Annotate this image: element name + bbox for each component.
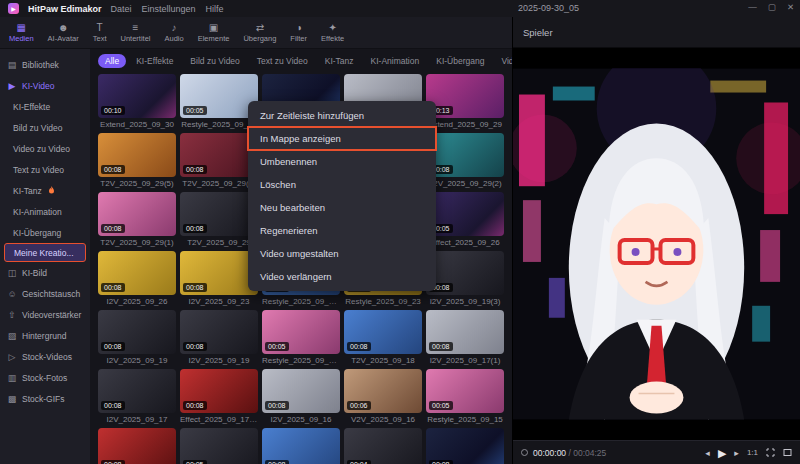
media-thumbnail[interactable]: 00:13 xyxy=(426,74,504,118)
sidebar-item-bild-zu-video[interactable]: Bild zu Video xyxy=(0,117,90,138)
media-item[interactable]: 00:08I2V_2025_09_23 xyxy=(180,251,258,307)
media-item[interactable]: 00:05Restyle_2025_09_15(4) xyxy=(262,310,340,366)
sidebar-item-stock-videos[interactable]: ▷Stock-Videos xyxy=(0,346,90,367)
media-item[interactable]: 00:08T2V_2025_09_18 xyxy=(344,310,422,366)
close-button[interactable]: ✕ xyxy=(787,2,794,12)
media-item[interactable]: 00:08 xyxy=(262,428,340,464)
sidebar-item-meine-kreatio[interactable]: Meine Kreatio... xyxy=(4,243,86,262)
media-thumbnail[interactable]: 00:08 xyxy=(262,369,340,413)
media-item[interactable]: 00:08Effect_2025_09_17(1) xyxy=(180,369,258,425)
media-item[interactable]: 00:08T2V_2025_09_29(5) xyxy=(98,133,176,189)
media-item[interactable]: 00:08I2V_2025_09_19 xyxy=(98,310,176,366)
toolbar-tab-effekte[interactable]: ✦Effekte xyxy=(314,22,351,43)
media-item[interactable]: 00:08I2V_2025_09_17(1) xyxy=(426,310,504,366)
context-menu-item-umbenennen[interactable]: Umbenennen xyxy=(248,150,436,173)
category-tab-bild-zu-video[interactable]: Bild zu Video xyxy=(183,54,246,68)
media-item[interactable]: 00:08I2V_2025_09_19 xyxy=(180,310,258,366)
category-tab-video-umgestalten[interactable]: Video umgestalten xyxy=(494,54,512,68)
media-item[interactable]: 00:05Restyle_2025_09_30 xyxy=(180,74,258,130)
media-thumbnail[interactable]: 00:10 xyxy=(98,74,176,118)
media-thumbnail[interactable]: 00:08 xyxy=(98,369,176,413)
context-menu-item-neu-bearbeiten[interactable]: Neu bearbeiten xyxy=(248,196,436,219)
toolbar-tab-text[interactable]: TText xyxy=(86,22,114,43)
media-thumbnail[interactable]: 00:05 xyxy=(426,192,504,236)
fit-screen-icon[interactable] xyxy=(766,448,775,457)
sidebar-item-ki-animation[interactable]: KI-Animation xyxy=(0,201,90,222)
media-item[interactable]: 00:04 xyxy=(344,428,422,464)
media-item[interactable]: 00:06V2V_2025_09_16 xyxy=(344,369,422,425)
toolbar-tab-untertitel[interactable]: ≡Untertitel xyxy=(114,22,158,43)
category-tab-ki-tanz[interactable]: KI-Tanz xyxy=(318,54,361,68)
category-tab-ki-effekte[interactable]: KI-Effekte xyxy=(129,54,180,68)
media-thumbnail[interactable]: 00:08 xyxy=(180,369,258,413)
media-item[interactable]: 00:05 xyxy=(180,428,258,464)
toolbar-tab-audio[interactable]: ♪Audio xyxy=(158,22,191,43)
next-frame-button[interactable]: ▸ xyxy=(734,448,739,458)
menu-einstellungen[interactable]: Einstellungen xyxy=(142,4,196,14)
media-thumbnail[interactable]: 00:08 xyxy=(180,251,258,295)
toolbar-tab-filter[interactable]: ◑Filter xyxy=(283,22,314,43)
media-item[interactable]: 00:08T2V_2025_09_29(2) xyxy=(426,133,504,189)
player-preview-video[interactable] xyxy=(513,68,800,420)
sidebar-item-stock-gifs[interactable]: ▩Stock-GIFs xyxy=(0,388,90,409)
context-menu-item-löschen[interactable]: Löschen xyxy=(248,173,436,196)
toolbar-tab-medien[interactable]: ▦Medien xyxy=(2,22,41,43)
media-thumbnail[interactable]: 00:08 xyxy=(180,192,258,236)
media-thumbnail[interactable]: 00:08 xyxy=(262,428,340,464)
media-item[interactable]: 00:08T2V_2025_09_29(1) xyxy=(98,192,176,248)
media-item[interactable]: 00:08T2V_2025_09_29(4) xyxy=(180,133,258,189)
media-item[interactable]: 00:08I2V_2025_09_19(3) xyxy=(426,251,504,307)
media-thumbnail[interactable]: 00:08 xyxy=(98,192,176,236)
context-menu-item-in-mappe-anzeigen[interactable]: In Mappe anzeigen xyxy=(248,127,436,150)
media-thumbnail[interactable]: 00:08 xyxy=(426,133,504,177)
context-menu-item-regenerieren[interactable]: Regenerieren xyxy=(248,219,436,242)
sidebar-item-bibliothek[interactable]: ▤Bibliothek xyxy=(0,54,90,75)
media-thumbnail[interactable]: 00:08 xyxy=(98,133,176,177)
media-thumbnail[interactable]: 00:05 xyxy=(262,310,340,354)
media-item[interactable]: 00:08I2V_2025_09_26 xyxy=(98,251,176,307)
media-thumbnail[interactable]: 00:04 xyxy=(344,428,422,464)
media-thumbnail[interactable]: 00:08 xyxy=(98,251,176,295)
toolbar-tab-ai-avatar[interactable]: ☻AI-Avatar xyxy=(41,22,86,43)
media-thumbnail[interactable]: 00:08 xyxy=(180,133,258,177)
sidebar-item-ki-effekte[interactable]: KI-Effekte xyxy=(0,96,90,117)
play-button[interactable]: ▶ xyxy=(718,448,726,458)
sidebar-item-videoverstärker[interactable]: ⇧Videoverstärker xyxy=(0,304,90,325)
sidebar-item-ki-tanz[interactable]: KI-Tanz xyxy=(0,180,90,201)
sidebar-item-ki-bild[interactable]: ◫KI-Bild xyxy=(0,262,90,283)
media-thumbnail[interactable]: 00:05 xyxy=(426,369,504,413)
media-thumbnail[interactable]: 00:06 xyxy=(344,369,422,413)
media-thumbnail[interactable]: 00:05 xyxy=(180,74,258,118)
category-tab-alle[interactable]: Alle xyxy=(98,54,126,68)
minimize-button[interactable]: — xyxy=(748,2,757,12)
sidebar-item-stock-fotos[interactable]: ▥Stock-Fotos xyxy=(0,367,90,388)
media-thumbnail[interactable]: 00:08 xyxy=(426,428,504,464)
context-menu-item-video-umgestalten[interactable]: Video umgestalten xyxy=(248,242,436,265)
category-tab-ki-übergang[interactable]: KI-Übergang xyxy=(429,54,491,68)
media-item[interactable]: 00:05Restyle_2025_09_15 xyxy=(426,369,504,425)
media-item[interactable]: 00:05Effect_2025_09_26 xyxy=(426,192,504,248)
toolbar-tab-übergang[interactable]: ⇄Übergang xyxy=(236,22,283,43)
media-item[interactable]: 00:08T2V_2025_09_29 xyxy=(180,192,258,248)
media-thumbnail[interactable]: 00:05 xyxy=(180,428,258,464)
sidebar-item-ki-video[interactable]: ▶KI-Video xyxy=(0,75,90,96)
sidebar-item-hintergrund[interactable]: ▨Hintergrund xyxy=(0,325,90,346)
context-menu-item-video-verlängern[interactable]: Video verlängern xyxy=(248,265,436,288)
media-item[interactable]: 00:13Extend_2025_09_29 xyxy=(426,74,504,130)
context-menu-item-zur-zeitleiste-hinzufügen[interactable]: Zur Zeitleiste hinzufügen xyxy=(248,104,436,127)
media-item[interactable]: 00:08 xyxy=(426,428,504,464)
sidebar-item-ki-übergang[interactable]: KI-Übergang xyxy=(0,222,90,243)
media-item[interactable]: 00:10Extend_2025_09_30 xyxy=(98,74,176,130)
category-tab-ki-animation[interactable]: KI-Animation xyxy=(364,54,427,68)
media-thumbnail[interactable]: 00:08 xyxy=(98,310,176,354)
previous-frame-button[interactable]: ◂ xyxy=(705,448,710,458)
maximize-button[interactable]: ▢ xyxy=(768,2,776,12)
sidebar-item-gesichtstausch[interactable]: ☺Gesichtstausch xyxy=(0,283,90,304)
fullscreen-icon[interactable] xyxy=(783,448,792,457)
zoom-ratio-select[interactable]: 1:1 xyxy=(747,448,758,457)
media-item[interactable]: 00:08I2V_2025_09_16 xyxy=(262,369,340,425)
media-thumbnail[interactable]: 00:08 xyxy=(98,428,176,464)
media-thumbnail[interactable]: 00:08 xyxy=(426,251,504,295)
media-item[interactable]: 00:08 xyxy=(98,428,176,464)
media-thumbnail[interactable]: 00:08 xyxy=(180,310,258,354)
